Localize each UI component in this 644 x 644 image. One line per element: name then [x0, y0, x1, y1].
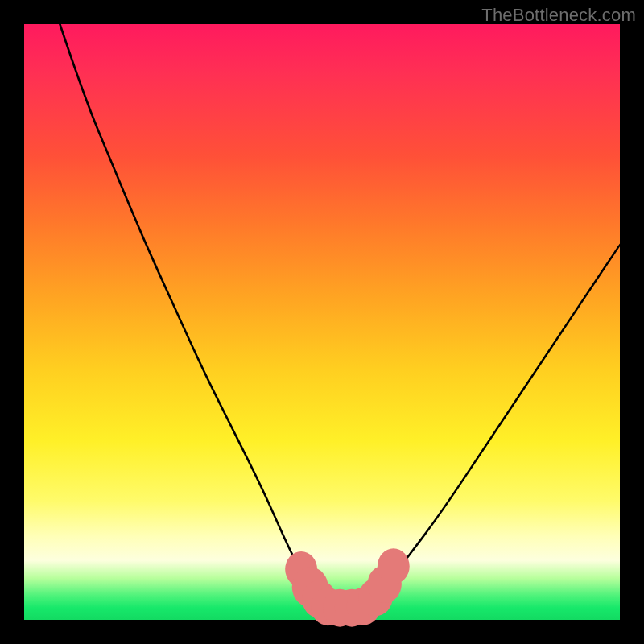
- watermark-text: TheBottleneck.com: [481, 5, 636, 26]
- chart-frame: TheBottleneck.com: [0, 0, 644, 644]
- bottleneck-curve: [60, 24, 620, 608]
- curve-markers: [285, 548, 410, 626]
- plot-area: [24, 24, 620, 620]
- curve-layer: [24, 24, 620, 620]
- bottleneck-curve-path: [60, 24, 620, 608]
- curve-marker: [378, 548, 410, 584]
